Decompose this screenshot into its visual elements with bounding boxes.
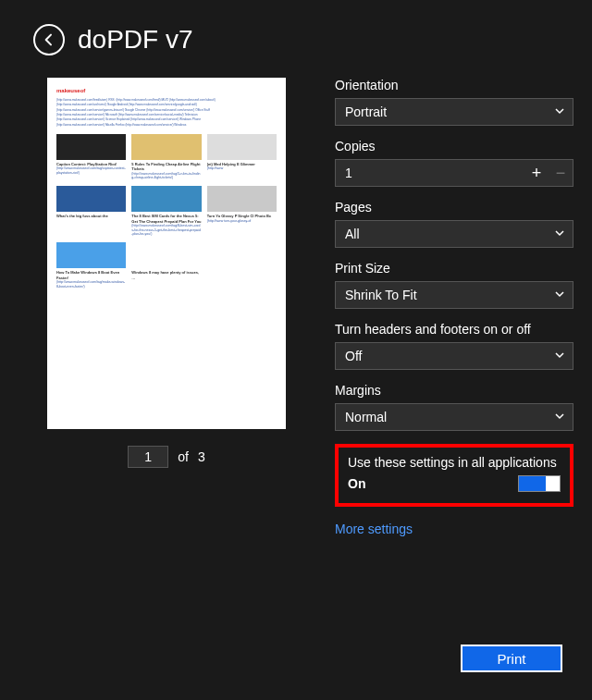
orientation-value: Portrait: [345, 104, 387, 119]
pages-label: Pages: [335, 200, 574, 215]
preview-card-link: (http://www: [207, 166, 277, 171]
preview-card: The 8 Best SIM Cards for the Nexus 5: Ge…: [131, 186, 201, 237]
preview-card: Turn Yo Glossy P Single Cl Photo Bc(http…: [207, 186, 277, 237]
pages-group: Pages All: [335, 200, 574, 248]
logo-prefix: make: [56, 88, 70, 93]
pages-value: All: [345, 227, 360, 241]
preview-card: Caption Contest: PlayStation Riot!(http:…: [56, 134, 126, 180]
preview-card-link: (http://www.makeuseof.com/tag/make-windo…: [56, 280, 126, 289]
preview-card-link: (http://www.makeuseof.com/tag/8-best-sim…: [131, 224, 201, 237]
preview-panel: makeuseof (http://www.makeuseof.com/feed…: [0, 72, 314, 537]
use-all-apps-highlight: Use these settings in all applications O…: [335, 444, 574, 507]
margins-label: Margins: [335, 383, 574, 398]
print-size-select[interactable]: Shrink To Fit: [335, 281, 574, 309]
orientation-select[interactable]: Portrait: [335, 98, 574, 126]
preview-card-image: [131, 186, 201, 212]
more-settings-link[interactable]: More settings: [335, 522, 413, 536]
preview-card: 5 Rules To Finding Cheap Airline Flight …: [131, 134, 201, 180]
logo-accent: use: [70, 88, 80, 93]
headers-footers-value: Off: [345, 349, 362, 363]
footer: Print: [461, 645, 562, 672]
preview-card-title: What's the big fuss about the: [56, 214, 126, 218]
headers-footers-group: Turn headers and footers on or off Off: [335, 322, 574, 370]
preview-card: Windows 8 may have plenty of issues, …: [131, 242, 201, 289]
preview-link-line: (http://www.makeuseof.com/service/) Scie…: [56, 117, 277, 121]
preview-link-line: (http://www.makeuseof.com/service/) Mozi…: [56, 123, 277, 127]
preview-card-link: (http://www turn-your-glossy-of: [207, 219, 277, 224]
header: doPDF v7: [0, 0, 592, 72]
preview-card-title: Windows 8 may have plenty of issues, …: [131, 270, 201, 280]
copies-increment-button[interactable]: +: [524, 160, 549, 186]
preview-card-title: 5 Rules To Finding Cheap Airline Flight …: [131, 162, 201, 172]
pager-of-label: of: [178, 449, 189, 464]
chevron-down-icon: [554, 104, 565, 119]
margins-value: Normal: [345, 410, 387, 424]
use-all-apps-state: On: [348, 476, 365, 491]
print-button[interactable]: Print: [461, 645, 562, 672]
preview-card-image: [131, 134, 201, 160]
page-number-input[interactable]: [128, 446, 168, 468]
use-all-apps-row: On: [348, 475, 561, 492]
margins-select[interactable]: Normal: [335, 403, 574, 431]
page-title: doPDF v7: [78, 25, 193, 55]
preview-link-line: (http://www.makeuseof.com/service/) Micr…: [56, 113, 277, 117]
preview-card: (et) Med Helping E Glimmer(http://www: [207, 134, 277, 180]
content: makeuseof (http://www.makeuseof.com/feed…: [0, 72, 592, 537]
preview-card-image: [207, 186, 277, 212]
preview-logo: makeuseof: [56, 87, 277, 94]
preview-card: What's the big fuss about the: [56, 186, 126, 237]
print-size-value: Shrink To Fit: [345, 288, 417, 302]
preview-link-line: (http://www.makeuseof.com/service/games-…: [56, 108, 277, 112]
headers-footers-label: Turn headers and footers on or off: [335, 322, 574, 337]
preview-card: [207, 242, 277, 289]
copies-stepper: 1 + −: [335, 159, 574, 187]
print-size-group: Print Size Shrink To Fit: [335, 261, 574, 309]
back-button[interactable]: [33, 24, 65, 55]
pager-total: 3: [198, 449, 205, 464]
copies-group: Copies 1 + −: [335, 139, 574, 187]
settings-panel: Orientation Portrait Copies 1 + − Pages …: [335, 72, 574, 537]
arrow-left-icon: [42, 32, 56, 47]
pager: of 3: [128, 446, 204, 468]
preview-card-image: [207, 134, 277, 160]
use-all-apps-toggle[interactable]: [518, 475, 561, 492]
print-preview-page[interactable]: makeuseof (http://www.makeuseof.com/feed…: [47, 78, 286, 429]
margins-group: Margins Normal: [335, 383, 574, 431]
preview-card-image: [56, 186, 126, 212]
use-all-apps-label: Use these settings in all applications: [348, 455, 561, 470]
preview-card-title: Turn Yo Glossy P Single Cl Photo Bc: [207, 214, 277, 218]
chevron-down-icon: [554, 227, 565, 241]
chevron-down-icon: [554, 288, 565, 302]
headers-footers-select[interactable]: Off: [335, 342, 574, 370]
preview-card-link: (http://www.makeuseof.com/tag/caption-co…: [56, 166, 126, 175]
logo-suffix: of: [80, 88, 86, 93]
copies-decrement-button[interactable]: −: [549, 160, 573, 186]
preview-card-link: (http://www.makeuseof.com/tag/5-rules-to…: [131, 172, 201, 180]
preview-card-image: [131, 242, 201, 268]
preview-card-image: [56, 242, 126, 268]
orientation-group: Orientation Portrait: [335, 78, 574, 126]
preview-card: How To Make Windows 8 Boot Even Faster!(…: [56, 242, 126, 289]
chevron-down-icon: [554, 410, 565, 424]
orientation-label: Orientation: [335, 78, 574, 92]
preview-link-line: (http://www.makeuseof.com/archives/) Goo…: [56, 103, 277, 106]
preview-link-line: (http://www.makeuseof.com/feed/atom) RSS…: [56, 98, 277, 102]
preview-card-image: [207, 242, 277, 268]
copies-value[interactable]: 1: [336, 160, 524, 186]
preview-card-title: The 8 Best SIM Cards for the Nexus 5: Ge…: [131, 214, 201, 224]
pages-select[interactable]: All: [335, 220, 574, 248]
preview-card-title: How To Make Windows 8 Boot Even Faster!: [56, 270, 126, 280]
copies-label: Copies: [335, 139, 574, 154]
print-size-label: Print Size: [335, 261, 574, 276]
chevron-down-icon: [554, 349, 565, 363]
preview-card-image: [56, 134, 126, 160]
